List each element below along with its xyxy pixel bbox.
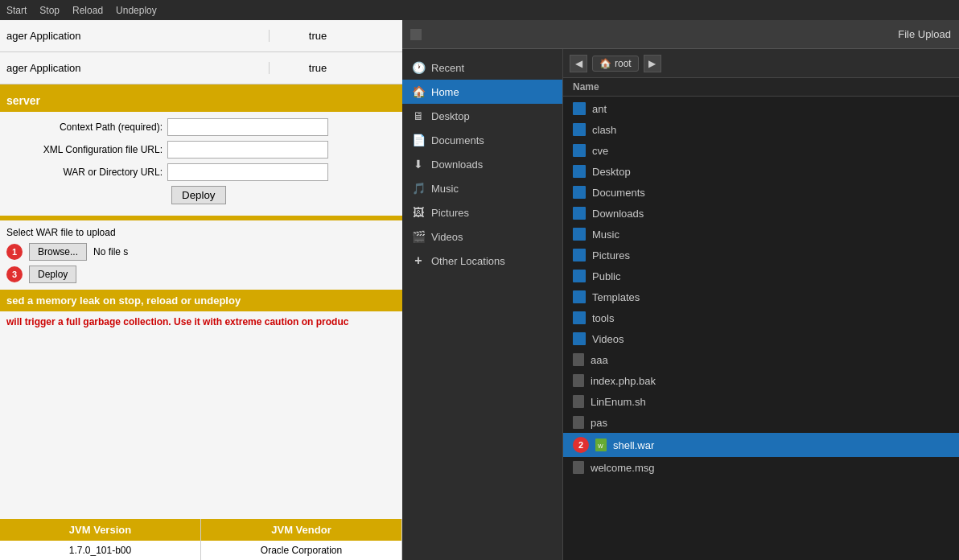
table-row: ager Application true xyxy=(0,20,402,52)
doc-icon xyxy=(573,395,584,408)
file-list-header: Name xyxy=(563,78,959,97)
nav-reload[interactable]: Reload xyxy=(72,5,103,16)
sidebar-item-music[interactable]: 🎵 Music xyxy=(402,176,562,200)
badge-selected: 2 xyxy=(573,437,589,453)
war-dir-input[interactable] xyxy=(167,163,328,181)
file-item-cve[interactable]: cve xyxy=(563,140,959,161)
deploy-form: Context Path (required): XML Configurati… xyxy=(0,112,402,216)
file-item-documents[interactable]: Documents xyxy=(563,182,959,203)
war-upload-section: Select WAR file to upload 1 Browse... No… xyxy=(0,220,402,290)
no-file-label: No file s xyxy=(93,246,128,257)
file-item-clash[interactable]: clash xyxy=(563,119,959,140)
file-area: ◀ 🏠 root ▶ Name ant cla xyxy=(563,49,959,560)
sidebar-item-other[interactable]: + Other Locations xyxy=(402,249,562,273)
sidebar-item-pictures[interactable]: 🖼 Pictures xyxy=(402,200,562,224)
folder-icon xyxy=(573,186,586,199)
file-item-index-php-bak[interactable]: index.php.bak xyxy=(563,370,959,391)
top-navigation: Start Stop Reload Undeploy xyxy=(0,0,959,20)
warning-header: sed a memory leak on stop, reload or und… xyxy=(0,290,402,311)
app-value-cell: true xyxy=(270,30,366,42)
deploy2-button[interactable]: Deploy xyxy=(29,266,76,283)
file-name-welcome-msg: welcome.msg xyxy=(591,462,654,474)
file-name-aaa: aaa xyxy=(591,354,608,366)
browse-button[interactable]: Browse... xyxy=(29,243,87,261)
file-sidebar: 🕐 Recent 🏠 Home 🖥 Desktop 📄 Documents ⬇ … xyxy=(402,49,563,560)
folder-icon xyxy=(573,270,586,282)
sidebar-item-home[interactable]: 🏠 Home xyxy=(402,80,562,104)
name-column-header: Name xyxy=(573,81,599,93)
file-item-tools[interactable]: tools xyxy=(563,307,959,328)
file-item-public[interactable]: Public xyxy=(563,266,959,286)
jvm-version-header: JVM Version xyxy=(0,519,201,541)
file-item-videos[interactable]: Videos xyxy=(563,328,959,349)
doc-icon xyxy=(573,374,584,387)
file-name-music: Music xyxy=(592,229,619,241)
nav-start[interactable]: Start xyxy=(6,5,27,16)
sidebar-label-other: Other Locations xyxy=(431,255,505,267)
file-name-clash: clash xyxy=(592,124,616,136)
file-item-downloads[interactable]: Downloads xyxy=(563,203,959,224)
file-name-index-php-bak: index.php.bak xyxy=(591,375,656,387)
sidebar-label-videos: Videos xyxy=(431,231,463,243)
file-name-linenum: LinEnum.sh xyxy=(591,396,646,408)
file-item-music[interactable]: Music xyxy=(563,224,959,245)
sidebar-label-recent: Recent xyxy=(431,62,464,74)
doc-icon xyxy=(573,416,584,429)
recent-icon: 🕐 xyxy=(412,61,425,74)
folder-icon xyxy=(573,102,586,115)
doc-icon xyxy=(573,353,584,366)
file-name-desktop: Desktop xyxy=(592,166,631,178)
folder-icon xyxy=(573,249,586,261)
downloads-icon: ⬇ xyxy=(412,158,425,171)
sidebar-label-documents: Documents xyxy=(431,134,484,146)
browse-controls-row: 1 Browse... No file s xyxy=(6,243,396,261)
sidebar-label-home: Home xyxy=(431,86,459,98)
warning-body: will trigger a full garbage collection. … xyxy=(0,311,402,332)
dialog-icon xyxy=(410,29,422,40)
deploy-button[interactable]: Deploy xyxy=(171,186,226,204)
sidebar-item-desktop[interactable]: 🖥 Desktop xyxy=(402,104,562,128)
jvm-vendor-header: JVM Vendor xyxy=(201,519,402,541)
sidebar-item-videos[interactable]: 🎬 Videos xyxy=(402,224,562,249)
nav-forward-button[interactable]: ▶ xyxy=(644,55,661,72)
sidebar-label-downloads: Downloads xyxy=(431,159,483,171)
file-list[interactable]: ant clash cve Desktop Documents xyxy=(563,97,959,560)
sidebar-label-desktop: Desktop xyxy=(431,110,470,122)
other-icon: + xyxy=(412,254,425,267)
breadcrumb: 🏠 root xyxy=(592,56,639,72)
warning-text: will trigger a full garbage collection. … xyxy=(6,316,348,327)
folder-icon xyxy=(573,311,586,324)
badge-browse: 1 xyxy=(6,244,23,260)
file-item-aaa[interactable]: aaa xyxy=(563,349,959,370)
file-item-pas[interactable]: pas xyxy=(563,412,959,433)
deploy-row: Deploy xyxy=(6,186,396,204)
table-row: ager Application true xyxy=(0,52,402,84)
file-name-shell-war: shell.war xyxy=(613,439,654,451)
nav-back-button[interactable]: ◀ xyxy=(570,55,587,72)
sidebar-item-downloads[interactable]: ⬇ Downloads xyxy=(402,152,562,176)
file-item-welcome-msg[interactable]: welcome.msg xyxy=(563,457,959,478)
home-icon: 🏠 xyxy=(412,85,425,98)
file-item-linenum[interactable]: LinEnum.sh xyxy=(563,391,959,412)
deploy2-row: 3 Deploy xyxy=(6,266,396,283)
file-item-ant[interactable]: ant xyxy=(563,98,959,119)
file-item-shell-war[interactable]: 2 W shell.war xyxy=(563,433,959,457)
xml-config-input[interactable] xyxy=(167,141,328,159)
nav-undeploy[interactable]: Undeploy xyxy=(116,5,157,16)
folder-icon xyxy=(573,207,586,220)
war-dir-label: WAR or Directory URL: xyxy=(6,167,167,178)
sidebar-item-recent[interactable]: 🕐 Recent xyxy=(402,56,562,80)
file-toolbar: ◀ 🏠 root ▶ xyxy=(563,49,959,78)
browse-row: Select WAR file to upload xyxy=(6,227,396,238)
sidebar-item-documents[interactable]: 📄 Documents xyxy=(402,128,562,152)
folder-icon xyxy=(573,290,586,303)
file-item-pictures[interactable]: Pictures xyxy=(563,245,959,266)
dialog-title: File Upload xyxy=(428,28,951,40)
context-path-input[interactable] xyxy=(167,118,328,136)
file-name-pas: pas xyxy=(591,417,607,429)
file-item-templates[interactable]: Templates xyxy=(563,286,959,307)
sidebar-label-pictures: Pictures xyxy=(431,207,469,219)
nav-stop[interactable]: Stop xyxy=(39,5,60,16)
jvm-version-value: 1.7.0_101-b00 xyxy=(0,541,201,560)
file-item-desktop[interactable]: Desktop xyxy=(563,161,959,182)
